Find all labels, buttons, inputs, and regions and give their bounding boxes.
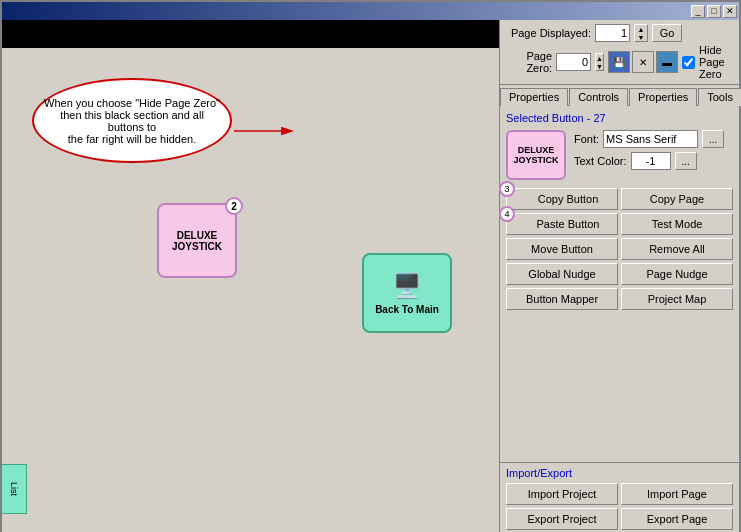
page-zero-input[interactable] [556,53,591,71]
hide-page-zero-checkbox[interactable] [682,56,695,69]
copy-page-btn[interactable]: Copy Page [621,188,733,210]
preview-text: DELUXE JOYSTICK [513,145,558,165]
import-project-btn[interactable]: Import Project [506,483,618,505]
page-icon-delete[interactable]: ✕ [632,51,654,73]
deluxe-joystick-button[interactable]: 2 DELUXE JOYSTICK [157,203,237,278]
import-export-section: Import/Export Import Project Import Page… [500,462,739,532]
font-input[interactable] [603,130,698,148]
tab-properties2[interactable]: Properties [629,88,697,106]
tab-properties1[interactable]: Properties [500,88,568,106]
page-displayed-row: Page Displayed: ▲▼ Go [506,24,733,42]
font-label: Font: [574,133,599,145]
page-zero-spin[interactable]: ▲▼ [595,53,604,71]
list-label: List [9,482,19,496]
text-color-input[interactable] [631,152,671,170]
selected-preview: DELUXE JOYSTICK Font: ... Text Color: ..… [506,130,733,180]
page-displayed-spin[interactable]: ▲▼ [634,24,648,42]
callout-bubble: When you choose "Hide Page Zero" then th… [32,78,232,163]
back-to-main-button[interactable]: 🖥️ Back To Main [362,253,452,333]
go-button[interactable]: Go [652,24,682,42]
page-zero-row: Page Zero: ▲▼ 💾 ✕ ▬ Hide Page Zero [506,44,733,80]
list-button[interactable]: List [2,464,27,514]
text-color-label: Text Color: [574,155,627,167]
callout-arrow [234,123,294,139]
paste-button-btn[interactable]: 4 Paste Button [506,213,618,235]
title-bar-buttons: _ □ ✕ [691,5,737,18]
right-panel: Page Displayed: ▲▼ Go Page Zero: ▲▼ 💾 [499,20,739,532]
button1-text: DELUXE JOYSTICK [172,230,222,252]
paste-button-badge: 4 [499,206,515,222]
export-page-btn[interactable]: Export Page [621,508,733,530]
move-button-btn[interactable]: Move Button [506,238,618,260]
button1-badge: 2 [225,197,243,215]
page-nudge-btn[interactable]: Page Nudge [621,263,733,285]
canvas-area: When you choose "Hide Page Zero" then th… [2,20,499,532]
text-color-browse-button[interactable]: ... [675,152,697,170]
minimize-button[interactable]: _ [691,5,705,18]
hide-page-zero-row: Hide Page Zero [682,44,733,80]
page-displayed-label: Page Displayed: [506,27,591,39]
selected-label: Selected Button - 27 [506,112,733,124]
import-export-label: Import/Export [506,467,733,479]
main-content: When you choose "Hide Page Zero" then th… [2,20,739,532]
title-bar: _ □ ✕ [2,2,739,20]
tools-panel: Selected Button - 27 DELUXE JOYSTICK Fon… [500,106,739,462]
test-mode-btn[interactable]: Test Mode [621,213,733,235]
page-icon-save[interactable]: 💾 [608,51,630,73]
font-browse-button[interactable]: ... [702,130,724,148]
copy-button-badge: 3 [499,181,515,197]
tab-controls[interactable]: Controls [569,88,628,106]
tab-tools[interactable]: Tools [698,88,741,106]
project-map-btn[interactable]: Project Map [621,288,733,310]
callout-text: When you choose "Hide Page Zero" then th… [44,97,220,145]
close-button[interactable]: ✕ [723,5,737,18]
text-color-row: Text Color: ... [574,152,733,170]
page-icons: 💾 ✕ ▬ [608,51,678,73]
import-export-grid: Import Project Import Page Export Projec… [506,483,733,530]
page-displayed-input[interactable] [595,24,630,42]
button2-text: Back To Main [375,304,439,315]
preview-button: DELUXE JOYSTICK [506,130,566,180]
button-mapper-btn[interactable]: Button Mapper [506,288,618,310]
page-icon-view[interactable]: ▬ [656,51,678,73]
page-zero-label: Page Zero: [506,50,552,74]
main-window: _ □ ✕ When you choose "Hide Page Zero" t… [0,0,741,532]
black-bar [2,20,499,48]
maximize-button[interactable]: □ [707,5,721,18]
copy-button-btn[interactable]: 3 Copy Button [506,188,618,210]
remove-all-btn[interactable]: Remove All [621,238,733,260]
back-icon: 🖥️ [392,272,422,300]
svg-marker-1 [281,127,294,136]
font-section: Font: ... Text Color: ... [574,130,733,170]
action-buttons-grid: 3 Copy Button Copy Page 4 Paste Button T… [506,188,733,310]
tabs-row: Properties Controls Properties Tools [500,85,739,106]
import-page-btn[interactable]: Import Page [621,483,733,505]
global-nudge-btn[interactable]: Global Nudge [506,263,618,285]
font-row: Font: ... [574,130,733,148]
top-controls: Page Displayed: ▲▼ Go Page Zero: ▲▼ 💾 [500,20,739,85]
hide-page-zero-label: Hide Page Zero [699,44,733,80]
canvas-content: When you choose "Hide Page Zero" then th… [2,48,499,532]
export-project-btn[interactable]: Export Project [506,508,618,530]
